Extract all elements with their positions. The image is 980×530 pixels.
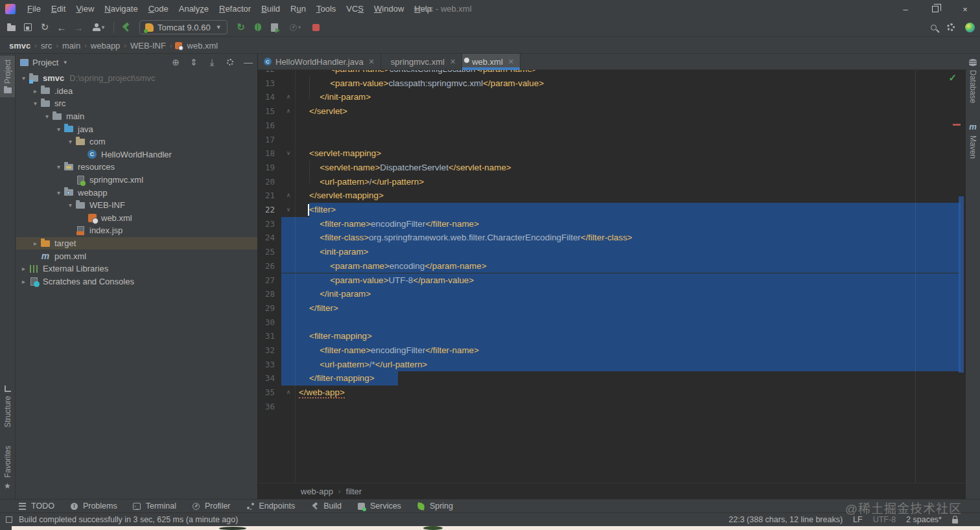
editor-tab-helloworldhandler.java[interactable]: CHelloWorldHandler.java✕	[258, 54, 381, 69]
stripe-tab-maven[interactable]: m Maven	[966, 122, 980, 159]
tool-window-button-problems[interactable]: !Problems	[70, 501, 117, 511]
tree-item-src[interactable]: ▾src	[16, 97, 257, 110]
caret-position-widget[interactable]: 22:3 (388 chars, 12 line breaks)	[729, 515, 843, 524]
code-line[interactable]: <param-value>UTF-8</param-value>	[330, 273, 474, 288]
line-ending-widget[interactable]: LF	[853, 515, 863, 524]
tree-item-pom.xml[interactable]: mpom.xml	[16, 249, 257, 262]
status-event-icon[interactable]	[6, 516, 12, 523]
tree-item-resources[interactable]: ▾resources	[16, 161, 257, 174]
menu-run[interactable]: Run	[285, 0, 311, 18]
chevron-open-icon[interactable]: ▾	[30, 100, 40, 107]
code-line[interactable]: <filter-name>encodingFilter</filter-name…	[320, 217, 479, 231]
stripe-tab-structure[interactable]: Structure	[0, 386, 15, 428]
tree-item-smvc[interactable]: ▾smvcD:\spring_project\smvc	[16, 72, 257, 85]
tool-window-button-terminal[interactable]: ›_Terminal	[133, 501, 176, 511]
idea-logo-icon[interactable]	[5, 4, 16, 14]
collapse-all-icon[interactable]: ⤓	[207, 57, 217, 68]
code-line[interactable]: </init-param>	[320, 90, 371, 104]
tree-item-web.xml[interactable]: web.xml	[16, 212, 257, 225]
chevron-open-icon[interactable]: ▾	[42, 113, 52, 120]
code-line[interactable]: </filter-mapping>	[309, 371, 374, 386]
search-everywhere-icon[interactable]	[931, 25, 937, 30]
tree-item-external-libraries[interactable]: ▸External Libraries	[16, 262, 257, 275]
menu-refactor[interactable]: Refactor	[214, 0, 256, 18]
project-panel-title-dropdown[interactable]: Project ▾	[20, 58, 67, 67]
editor-breadcrumb-web-app[interactable]: web-app	[301, 487, 333, 496]
code-line[interactable]: <servlet-mapping>	[309, 146, 381, 161]
tool-window-button-services[interactable]: Services	[357, 501, 401, 511]
breadcrumb-item-web-inf[interactable]: WEB-INF	[128, 41, 169, 51]
breadcrumb-item-main[interactable]: main	[60, 41, 83, 51]
breadcrumb-item-web.xml[interactable]: web.xml	[185, 41, 221, 51]
chevron-open-icon[interactable]: ▾	[54, 189, 64, 196]
tree-item-webapp[interactable]: ▾webapp	[16, 186, 257, 199]
chevron-closed-icon[interactable]: ▸	[30, 240, 40, 247]
code-line[interactable]: </web-app>	[299, 386, 345, 400]
tab-close-icon[interactable]: ✕	[369, 58, 375, 66]
code-line[interactable]: </filter>	[309, 301, 338, 316]
tool-window-button-spring[interactable]: Spring	[417, 501, 453, 511]
code-line[interactable]: <init-param>	[320, 245, 368, 259]
fold-marker-icon[interactable]: ∧	[284, 189, 293, 203]
code-line[interactable]: <filter-class>org.springframework.web.fi…	[320, 231, 632, 245]
tool-window-button-endpoints[interactable]: Endpoints	[246, 501, 296, 511]
fold-marker-icon[interactable]: ∨	[284, 146, 293, 161]
stripe-tab-project[interactable]: Project	[0, 56, 15, 97]
stop-button[interactable]	[308, 20, 325, 34]
tree-item-target[interactable]: ▸target	[16, 237, 257, 250]
tool-window-button-build[interactable]: Build	[310, 501, 342, 511]
code-line[interactable]: <url-pattern>/*</url-pattern>	[320, 358, 427, 372]
tree-item-helloworldhandler[interactable]: CHelloWorldHandler	[16, 148, 257, 161]
menu-navigate[interactable]: Navigate	[99, 0, 143, 18]
code-line[interactable]: <servlet-name>DispatcherServlet</servlet…	[320, 161, 511, 175]
editor-area[interactable]: 12<param-name>contextConfigLocation</par…	[258, 54, 966, 499]
breadcrumb-item-src[interactable]: src	[38, 41, 54, 51]
scrollbar-selection-marks[interactable]	[959, 196, 964, 373]
debug-button[interactable]	[250, 20, 266, 34]
code-editor[interactable]: 12<param-name>contextConfigLocation</par…	[258, 54, 966, 483]
chevron-closed-icon[interactable]: ▸	[19, 265, 29, 272]
back-button[interactable]: ←	[53, 20, 70, 34]
code-line[interactable]: <url-pattern>/</url-pattern>	[320, 175, 424, 189]
tree-item-java[interactable]: ▾java	[16, 122, 257, 135]
tree-item-springmvc.xml[interactable]: springmvc.xml	[16, 174, 257, 187]
tool-window-button-profiler[interactable]: Profiler	[192, 501, 231, 511]
tree-item-.idea[interactable]: ▸.idea	[16, 85, 257, 98]
user-profile-button[interactable]: ▾	[87, 20, 110, 34]
tree-item-scratches-and-consoles[interactable]: ▸Scratches and Consoles	[16, 275, 257, 288]
fold-marker-icon[interactable]: ∧	[284, 104, 293, 119]
encoding-widget[interactable]: UTF-8	[873, 515, 896, 524]
chevron-open-icon[interactable]: ▾	[65, 138, 75, 145]
menu-build[interactable]: Build	[256, 0, 285, 18]
code-line[interactable]: <param-value>classpath:springmvc.xml</pa…	[330, 76, 544, 91]
menu-edit[interactable]: Edit	[46, 0, 71, 18]
chevron-open-icon[interactable]: ▾	[54, 163, 64, 170]
chevron-closed-icon[interactable]: ▸	[19, 278, 29, 285]
settings-gear-icon[interactable]	[947, 23, 955, 31]
run-configuration-select[interactable]: Tomcat 9.0.60 ▼	[139, 20, 228, 34]
chevron-open-icon[interactable]: ▾	[19, 75, 29, 82]
code-line[interactable]: <param-name>encoding</param-name>	[330, 259, 486, 273]
fold-marker-icon[interactable]: ∨	[284, 203, 293, 217]
breadcrumb-item-webapp[interactable]: webapp	[88, 41, 123, 51]
ide-gradle-sphere-icon[interactable]	[965, 23, 975, 32]
error-stripe-mark[interactable]	[953, 124, 961, 126]
tree-item-web-inf[interactable]: ▾WEB-INF	[16, 199, 257, 212]
code-line[interactable]: <filter-mapping>	[309, 329, 372, 343]
tree-item-index.jsp[interactable]: index.jsp	[16, 224, 257, 237]
chevron-open-icon[interactable]: ▾	[65, 202, 75, 209]
rerun-button[interactable]: ↻	[233, 20, 250, 34]
panel-settings-gear-icon[interactable]	[225, 57, 235, 67]
tree-item-com[interactable]: ▾com	[16, 135, 257, 148]
menu-code[interactable]: Code	[143, 0, 174, 18]
forward-button[interactable]: →	[70, 20, 87, 34]
inspections-ok-icon[interactable]: ✓	[948, 72, 957, 84]
menu-window[interactable]: Window	[369, 0, 409, 18]
editor-tab-springmvc.xml[interactable]: springmvc.xml✕	[381, 54, 462, 69]
chevron-open-icon[interactable]: ▾	[54, 126, 64, 133]
status-message[interactable]: Build completed successfully in 3 sec, 6…	[19, 515, 238, 524]
indent-widget[interactable]: 2 spaces*	[906, 515, 942, 524]
menu-file[interactable]: File	[22, 0, 46, 18]
restore-button[interactable]	[920, 0, 950, 18]
minimize-button[interactable]: –	[891, 0, 920, 18]
